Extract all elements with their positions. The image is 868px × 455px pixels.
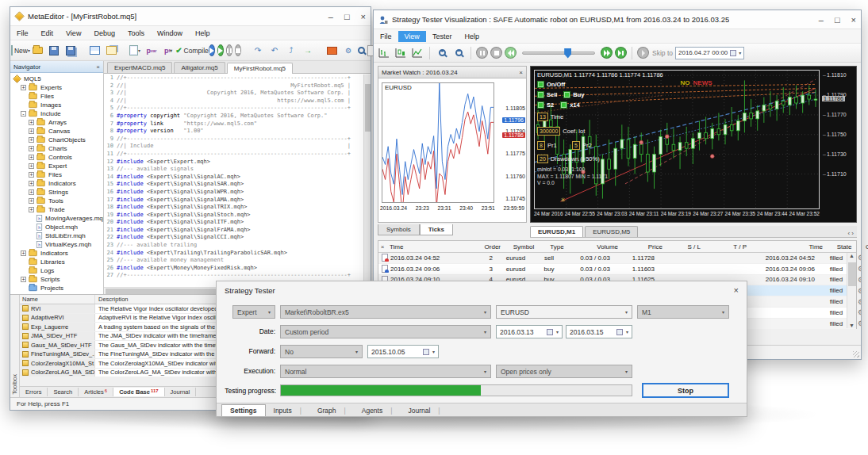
dialog-close-icon[interactable]: × [734,285,739,295]
skip-to-button[interactable] [637,47,649,59]
line-chart-button[interactable] [410,46,424,60]
menu-item-window[interactable]: Window [151,28,189,39]
menu-item-view[interactable]: View [398,31,426,42]
save-button[interactable] [47,44,61,58]
expand-icon[interactable]: + [29,128,34,134]
market-watch-close-icon[interactable]: × [519,69,523,76]
chart-button-s2[interactable]: S2 [537,101,554,109]
column-header-price[interactable]: Price [621,243,666,250]
tab-scroll-arrows[interactable]: ‹ › [847,230,857,237]
fast-forward-button[interactable] [601,47,613,59]
open-button[interactable] [30,44,44,58]
column-header-sl[interactable]: S / L [666,243,704,250]
speed-slider[interactable] [522,52,595,55]
expand-icon[interactable]: + [29,181,34,186]
tree-item-logs[interactable]: Logs [13,266,103,275]
tree-item-controls[interactable]: +Controls [13,153,103,162]
dialog-tab-inputs[interactable]: Inputs [266,405,309,416]
menu-item-tester[interactable]: Tester [426,31,459,42]
program-combo[interactable]: Market\RoboltBR.ex5▾ [280,305,491,319]
tree-item-scripts[interactable]: +Scripts [13,275,103,284]
menu-item-help[interactable]: Help [189,28,217,39]
minimize-icon[interactable]: – [819,15,824,25]
skip-button[interactable] [615,47,627,59]
period-combo[interactable]: M1▾ [637,305,729,319]
step-out-button[interactable]: ⤴ [284,44,298,58]
collapse-icon[interactable]: - [21,111,26,117]
minimize-icon[interactable]: – [328,12,333,21]
toolbox-tab-search[interactable]: Search [48,388,79,396]
gear-icon[interactable]: ⚙ [858,319,861,327]
tree-item-include[interactable]: -Include [13,109,103,118]
expand-icon[interactable]: + [29,172,34,178]
toolbox-side-tab[interactable]: Toolbox [10,295,20,397]
function-list-button[interactable]: pf▾ [161,44,175,58]
pause-button[interactable] [476,47,488,59]
step-over-button[interactable]: ↷ [251,44,265,58]
column-header-type[interactable]: Type [543,243,570,250]
dialog-titlebar[interactable]: Strategy Tester × [217,281,747,299]
chart-button-onoff[interactable]: On/Off [537,81,565,88]
column-header-time[interactable]: Time [750,243,826,250]
editor-tab-expertmacd.mq5[interactable]: ExpertMACD.mq5 [107,62,172,73]
window-cascade-button[interactable] [104,44,118,58]
column-header-order[interactable]: Order [475,243,504,250]
tree-item-charts[interactable]: +Charts [13,144,103,153]
toolbox-tab-journal[interactable]: Journal [165,388,197,396]
expand-icon[interactable]: + [29,146,34,151]
menu-item-debug[interactable]: Debug [87,28,121,39]
market-watch-tab-ticks[interactable]: Ticks [420,224,453,235]
editor-tab-myfirstrobot.mq5[interactable]: MyFirstRobot.mq5 [227,63,293,74]
chart-tab-eurusd-m5[interactable]: EURUSD,M5 [585,226,638,237]
gear-icon[interactable]: ⚙ [858,298,861,306]
chart-button-x14[interactable]: x14 [560,101,580,109]
new-file-button[interactable]: New▾ [13,44,28,58]
pr2-field[interactable]: 5Pr2 [572,141,592,150]
tree-item-indicators[interactable]: +Indicators [13,249,103,258]
candles-chart-button[interactable] [394,46,408,60]
resize-grip[interactable] [853,351,859,358]
tree-item-tools[interactable]: +Tools [13,197,103,205]
tree-item-movingaverages-mqh[interactable]: hMovingAverages.mqh [13,214,103,223]
tree-item-strings[interactable]: +Strings [13,188,103,197]
trades-scrollbar[interactable]: ▲▼ [847,253,856,328]
expand-icon[interactable]: + [29,137,34,143]
symbol-combo[interactable]: EURUSD▾ [496,305,632,319]
date-from-field[interactable]: 2016.03.13▾ [496,325,563,338]
expand-icon[interactable]: + [29,163,34,169]
run-button[interactable] [217,44,224,56]
trade-row[interactable]: 2016.03.24 04:522eurusdsell0.03 / 0.031.… [378,253,856,264]
time-field[interactable]: 13Time [537,113,563,121]
tree-item-trade[interactable]: +Trade [13,205,103,214]
terminal-button[interactable] [325,44,339,58]
drawdown-field[interactable]: 20Drawdown (<50%) [537,155,600,163]
menu-item-view[interactable]: View [60,28,87,39]
column-header-state[interactable]: State [826,243,862,250]
execution-combo[interactable]: Normal▾ [280,365,491,378]
dialog-tab-graph[interactable]: Graph [309,405,354,416]
expand-icon[interactable]: + [29,189,34,195]
stop-button[interactable] [235,44,241,56]
chart-tab-eurusd-m1[interactable]: EURUSD,M1 [530,226,583,237]
tree-item-projects[interactable]: Projects [13,284,103,292]
column-header-tp[interactable]: T / P [704,243,750,250]
main-chart[interactable]: EURUSD,M1 1.11774 1.11786 1.11774 1.1178… [530,66,857,223]
zoom-in-button[interactable]: + [435,46,449,60]
tree-item-mql5[interactable]: MQL5 [13,75,103,83]
column-header-volume[interactable]: Volume [570,243,621,250]
chart-button-buy[interactable]: Buy [563,91,584,98]
skip-to-date-combo[interactable]: 2016.04.27 00:00 ▾ [675,47,744,59]
bars-chart-button[interactable] [377,46,391,60]
gear-icon[interactable]: ⚙ [858,254,861,262]
navigator-close-icon[interactable]: × [96,63,100,71]
gear-icon[interactable]: ⚙ [858,265,861,273]
toolbox-tab-articles[interactable]: Articles6 [79,388,113,396]
menu-item-help[interactable]: Help [458,31,486,42]
tree-item-indicators[interactable]: +Indicators [13,179,103,188]
menu-item-edit[interactable]: Edit [35,28,60,39]
trade-row[interactable]: 2016.03.24 09:063eurusdbuy0.03 / 0.031.1… [378,264,856,275]
expand-icon[interactable]: + [21,250,26,256]
slider-thumb[interactable] [564,48,571,59]
close-icon[interactable]: × [851,15,856,25]
editor-vscrollbar[interactable] [363,75,371,287]
